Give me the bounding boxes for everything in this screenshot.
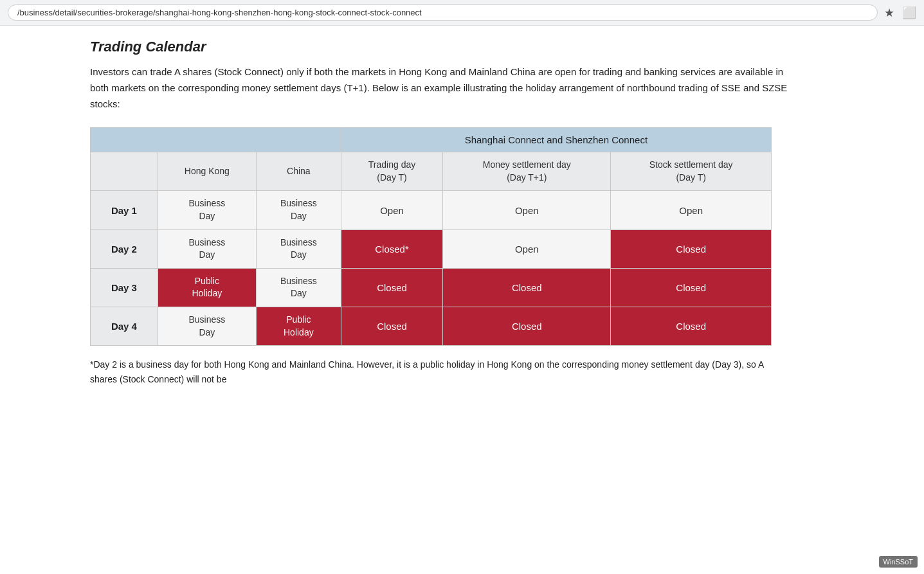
row-trading-3: Closed xyxy=(341,268,443,307)
row-hk-3: PublicHoliday xyxy=(158,268,256,307)
row-stock-1: Open xyxy=(611,191,772,229)
row-money-2: Open xyxy=(443,229,611,268)
extension-icon[interactable]: ⬜ xyxy=(902,6,916,20)
url-bar[interactable]: /business/detail/securities-brokerage/sh… xyxy=(8,4,878,21)
row-money-3: Closed xyxy=(443,268,611,307)
footnote-text: *Day 2 is a business day for both Hong K… xyxy=(90,359,764,384)
row-label-1: Day 1 xyxy=(91,191,158,229)
trading-calendar-table: Shanghai Connect and Shenzhen Connect Ho… xyxy=(90,127,772,346)
section-title: Trading Calendar xyxy=(90,39,834,55)
table-header-title: Shanghai Connect and Shenzhen Connect xyxy=(341,128,771,152)
row-china-3: BusinessDay xyxy=(256,268,341,307)
subheader-empty xyxy=(91,152,158,191)
table-header-empty xyxy=(91,128,341,152)
row-hk-2: BusinessDay xyxy=(158,229,256,268)
subheader-stock-settlement: Stock settlement day(Day T) xyxy=(611,152,772,191)
row-money-1: Open xyxy=(443,191,611,229)
subheader-hk: Hong Kong xyxy=(158,152,256,191)
row-label-3: Day 3 xyxy=(91,268,158,307)
subheader-china: China xyxy=(256,152,341,191)
page-content: Trading Calendar Investors can trade A s… xyxy=(0,26,924,399)
row-trading-2: Closed* xyxy=(341,229,443,268)
row-label-2: Day 2 xyxy=(91,229,158,268)
subheader-trading-day: Trading day(Day T) xyxy=(341,152,443,191)
row-stock-3: Closed xyxy=(611,268,772,307)
browser-icons: ★ ⬜ xyxy=(884,6,916,20)
row-hk-4: BusinessDay xyxy=(158,307,256,346)
row-stock-2: Closed xyxy=(611,229,772,268)
footnote: *Day 2 is a business day for both Hong K… xyxy=(90,357,772,386)
row-trading-4: Closed xyxy=(341,307,443,346)
row-china-4: PublicHoliday xyxy=(256,307,341,346)
row-label-4: Day 4 xyxy=(91,307,158,346)
intro-text: Investors can trade A shares (Stock Conn… xyxy=(90,64,797,112)
row-money-4: Closed xyxy=(443,307,611,346)
star-icon[interactable]: ★ xyxy=(884,6,894,20)
subheader-money-settlement: Money settlement day(Day T+1) xyxy=(443,152,611,191)
row-china-2: BusinessDay xyxy=(256,229,341,268)
row-hk-1: BusinessDay xyxy=(158,191,256,229)
row-china-1: BusinessDay xyxy=(256,191,341,229)
row-stock-4: Closed xyxy=(611,307,772,346)
browser-bar: /business/detail/securities-brokerage/sh… xyxy=(0,0,924,26)
row-trading-1: Open xyxy=(341,191,443,229)
